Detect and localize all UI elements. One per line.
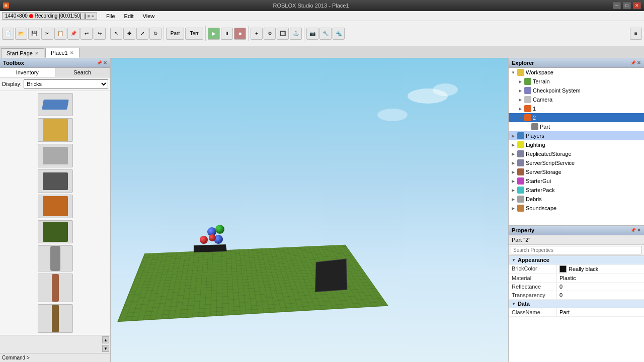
toolbar-extra2[interactable]: 🔩	[333, 28, 345, 40]
tree-item-replicatedstorage[interactable]: ▶ReplicatedStorage	[509, 149, 644, 158]
toolbar-scale[interactable]: ⤢	[136, 28, 148, 40]
list-item[interactable]	[38, 220, 73, 243]
tree-arrow[interactable]: ▶	[511, 161, 516, 165]
list-item[interactable]	[38, 93, 73, 116]
toolbox-pin[interactable]: 📌	[97, 60, 102, 65]
tree-icon-camera	[524, 96, 531, 103]
list-item[interactable]	[38, 195, 73, 218]
command-input[interactable]	[30, 355, 108, 360]
toolbar-undo[interactable]: ↩	[80, 28, 93, 40]
tree-item-lighting[interactable]: ▶Lighting	[509, 140, 644, 149]
prop-value[interactable]: Part	[556, 308, 644, 316]
tree-item-2[interactable]: ▼2	[509, 113, 644, 122]
prop-section-data[interactable]: ▼Data	[509, 300, 644, 308]
toolbar-pause[interactable]: ⏸	[221, 28, 233, 40]
toolbar-snap[interactable]: 🔲	[277, 28, 289, 40]
tab-place1-close[interactable]: ✕	[70, 50, 74, 55]
property-close[interactable]: ✕	[637, 228, 641, 233]
prop-value[interactable]: 0	[556, 291, 644, 299]
tree-item-starterpack[interactable]: ▶StarterPack	[509, 186, 644, 195]
tree-item-debris[interactable]: ▶Debris	[509, 195, 644, 204]
toolbar-paste[interactable]: 📌	[67, 28, 79, 40]
toolbar-terrain[interactable]: Terr	[185, 28, 203, 40]
tree-arrow[interactable]: ▶	[518, 107, 523, 111]
tree-arrow[interactable]: ▶	[511, 134, 516, 138]
list-item[interactable]	[38, 118, 73, 142]
toolbar-part[interactable]: Part	[166, 28, 184, 40]
tab-search[interactable]: Search	[55, 68, 111, 77]
prop-value[interactable]: 0	[556, 283, 644, 291]
tab-place1[interactable]: Place1 ✕	[45, 48, 79, 58]
maximize-button[interactable]: □	[623, 2, 631, 9]
toolbar-cut[interactable]: ✂	[41, 28, 53, 40]
toolbox-scroll-up[interactable]: ▲	[102, 336, 109, 343]
tree-item-players[interactable]: ▶Players	[509, 131, 644, 140]
close-button[interactable]: ✕	[633, 2, 641, 9]
tree-arrow[interactable]: ▶	[511, 197, 516, 202]
menu-edit[interactable]: Edit	[120, 12, 138, 20]
tree-arrow[interactable]: ▶	[511, 179, 516, 184]
toolbar-extra1[interactable]: 🔧	[319, 28, 332, 40]
toolbar-open[interactable]: 📂	[15, 28, 27, 40]
tree-arrow[interactable]: ▼	[511, 70, 516, 75]
tree-item-camera[interactable]: ▶Camera	[509, 95, 644, 104]
tree-item-1[interactable]: ▶1	[509, 104, 644, 113]
tree-item-soundscape[interactable]: ▶Soundscape	[509, 204, 644, 213]
toolbar-rotate[interactable]: ↻	[149, 28, 162, 40]
tree-item-serverscriptservice[interactable]: ▶ServerScriptService	[509, 158, 644, 167]
toolbar-add[interactable]: +	[251, 28, 263, 40]
display-select[interactable]: Bricks	[24, 79, 108, 88]
viewport[interactable]	[111, 58, 508, 362]
toolbar-right[interactable]: ≡	[630, 28, 642, 40]
toolbar-play[interactable]: ▶	[208, 28, 220, 40]
tree-arrow[interactable]: ▶	[518, 88, 523, 93]
tree-item-workspace[interactable]: ▼Workspace	[509, 68, 644, 77]
tab-start-page[interactable]: Start Page ✕	[1, 48, 44, 58]
tab-start-page-close[interactable]: ✕	[35, 51, 39, 56]
tree-arrow[interactable]: ▶	[511, 170, 516, 174]
toolbar-move[interactable]: ✥	[123, 28, 135, 40]
toolbar-more[interactable]: ⚙	[264, 28, 276, 40]
prop-row-reflectance: Reflectance0	[509, 283, 644, 291]
recording-indicator: 1440×800 Recording [00:01:50] ▐ ■ ●	[2, 12, 97, 20]
toolbar-redo[interactable]: ↪	[94, 28, 106, 40]
tree-arrow[interactable]: ▶	[511, 188, 516, 193]
list-item[interactable]	[38, 144, 73, 167]
minimize-button[interactable]: ─	[613, 2, 621, 9]
tree-arrow[interactable]: ▶	[518, 79, 523, 84]
prop-value[interactable]: Plastic	[556, 274, 644, 282]
list-item[interactable]	[38, 304, 73, 333]
menu-view[interactable]: View	[139, 12, 159, 20]
tree-arrow[interactable]: ▶	[518, 98, 523, 102]
tree-arrow[interactable]: ▶	[511, 206, 516, 211]
tree-item-startergui[interactable]: ▶StarterGui	[509, 176, 644, 186]
toolbar-stop[interactable]: ■	[234, 28, 246, 40]
prop-section-appearance[interactable]: ▼Appearance	[509, 256, 644, 264]
property-pin[interactable]: 📌	[630, 228, 636, 233]
toolbar-select[interactable]: ↖	[110, 28, 122, 40]
tree-arrow[interactable]: ▶	[511, 143, 516, 147]
list-item[interactable]	[38, 169, 73, 193]
property-search-input[interactable]	[511, 246, 642, 254]
toolbox-close[interactable]: ✕	[103, 60, 107, 65]
tree-item-checkpoint-system[interactable]: ▶Checkpoint System	[509, 86, 644, 95]
tree-item-terrain[interactable]: ▶Terrain	[509, 77, 644, 86]
tree-item-part[interactable]: Part	[509, 122, 644, 131]
toolbar-save[interactable]: 💾	[28, 28, 40, 40]
explorer-pin[interactable]: 📌	[630, 60, 636, 65]
prop-value[interactable]: Really black	[556, 264, 644, 274]
toolbar-anchor[interactable]: ⚓	[290, 28, 302, 40]
explorer-close[interactable]: ✕	[637, 60, 641, 65]
toolbar-camera[interactable]: 📷	[306, 28, 318, 40]
tree-item-serverstorage[interactable]: ▶ServerStorage	[509, 167, 644, 176]
tab-inventory[interactable]: Inventory	[0, 68, 55, 77]
tree-icon-terrain	[524, 78, 531, 85]
toolbox-scroll-down[interactable]: ▼	[102, 345, 109, 352]
toolbar-new[interactable]: 📄	[2, 28, 14, 40]
tree-arrow[interactable]: ▶	[511, 152, 516, 156]
toolbar-copy[interactable]: 📋	[54, 28, 66, 40]
list-item[interactable]	[38, 274, 73, 302]
tree-arrow[interactable]: ▼	[518, 116, 523, 120]
list-item[interactable]	[38, 245, 73, 272]
menu-file[interactable]: File	[102, 12, 119, 20]
